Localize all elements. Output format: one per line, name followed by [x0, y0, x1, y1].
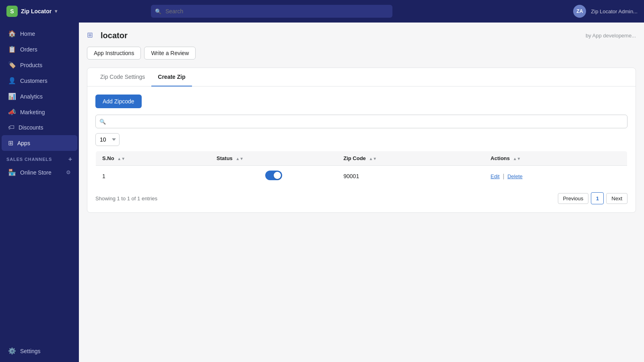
- products-icon: 🏷️: [8, 61, 16, 69]
- col-zipcode: Zip Code ▲▼: [337, 151, 484, 166]
- tab-zip-code-settings[interactable]: Zip Code Settings: [94, 68, 151, 86]
- page-header: ⊞ locator by App developeme...: [87, 31, 636, 40]
- col-sno-sort-icon: ▲▼: [117, 156, 125, 161]
- table-row: 1 90001 Edit | Delete: [96, 166, 627, 187]
- next-page-button[interactable]: Next: [606, 193, 627, 204]
- table-search-input[interactable]: [95, 115, 627, 128]
- current-page-num: 1: [591, 192, 604, 204]
- sales-channels-add-icon[interactable]: +: [68, 156, 72, 163]
- edit-link[interactable]: Edit: [491, 173, 500, 179]
- per-page-wrap: 10 25 50 100: [95, 133, 627, 146]
- action-buttons: App Instructions Write a Review: [87, 47, 636, 60]
- shopify-icon: S: [6, 6, 18, 17]
- page-title-wrap: ⊞ locator: [87, 31, 128, 40]
- online-store-settings-icon[interactable]: ⚙: [66, 169, 71, 175]
- write-review-button[interactable]: Write a Review: [144, 47, 196, 60]
- sidebar-item-online-store[interactable]: 🏪 Online Store ⚙: [2, 165, 77, 180]
- sidebar-item-online-store-label: Online Store: [20, 169, 52, 176]
- col-actions-sort-icon: ▲▼: [513, 156, 521, 161]
- add-zipcode-button[interactable]: Add Zipcode: [95, 95, 142, 108]
- row-actions: Edit | Delete: [484, 166, 627, 187]
- sidebar-item-products-label: Products: [20, 62, 42, 68]
- sidebar-item-apps-label: Apps: [17, 140, 30, 146]
- settings-icon: ⚙️: [8, 347, 16, 355]
- sidebar-item-discounts-label: Discounts: [19, 124, 43, 131]
- sidebar-bottom: ⚙️ Settings: [0, 343, 79, 359]
- table-body: 1 90001 Edit | Delete: [96, 166, 627, 187]
- topnav: S Zip Locator ▾ 🔍 ZA Zip Locator Admin..…: [0, 0, 644, 23]
- online-store-icon: 🏪: [8, 169, 16, 176]
- sidebar-item-marketing[interactable]: 📣 Marketing: [2, 104, 77, 120]
- status-toggle[interactable]: [265, 171, 282, 180]
- tabs: Zip Code Settings Create Zip: [87, 68, 636, 86]
- table-controls: 🔍: [95, 115, 627, 128]
- apps-icon: ⊞: [8, 139, 13, 147]
- sales-channels-section: SALES CHANNELS +: [0, 151, 79, 165]
- table-header-row: S.No ▲▼ Status ▲▼ Zip Code ▲▼: [96, 151, 627, 166]
- app-name: Zip Locator: [21, 8, 52, 14]
- sidebar-item-customers-label: Customers: [20, 78, 47, 84]
- topnav-search-wrap: 🔍: [151, 5, 392, 18]
- topnav-search-icon: 🔍: [155, 8, 161, 14]
- sidebar-item-orders[interactable]: 📋 Orders: [2, 41, 77, 57]
- sidebar-item-settings-label: Settings: [20, 348, 41, 354]
- sidebar-item-settings[interactable]: ⚙️ Settings: [2, 343, 77, 359]
- sidebar-item-customers[interactable]: 👤 Customers: [2, 73, 77, 88]
- table-head: S.No ▲▼ Status ▲▼ Zip Code ▲▼: [96, 151, 627, 166]
- row-sno: 1: [96, 166, 211, 187]
- table-search-icon: 🔍: [99, 119, 106, 125]
- page-title: locator: [101, 31, 128, 40]
- app-chevron-icon: ▾: [55, 8, 57, 14]
- sidebar-item-products[interactable]: 🏷️ Products: [2, 57, 77, 73]
- topnav-search-input[interactable]: [151, 5, 392, 18]
- marketing-icon: 📣: [8, 108, 16, 116]
- sidebar-item-home-label: Home: [20, 31, 35, 37]
- customers-icon: 👤: [8, 77, 16, 84]
- data-table: S.No ▲▼ Status ▲▼ Zip Code ▲▼: [95, 151, 627, 187]
- app-logo[interactable]: S Zip Locator ▾: [6, 6, 57, 17]
- sidebar-item-analytics-label: Analytics: [20, 93, 43, 100]
- sales-channels-label: SALES CHANNELS: [6, 157, 52, 162]
- layout: 🏠 Home 📋 Orders 🏷️ Products 👤 Customers …: [0, 23, 644, 362]
- sidebar-item-analytics[interactable]: 📊 Analytics: [2, 88, 77, 104]
- home-icon: 🏠: [8, 30, 16, 37]
- action-separator: |: [503, 173, 504, 179]
- pagination-info: Showing 1 to 1 of 1 entries: [95, 195, 157, 202]
- main-content: ⊞ locator by App developeme... App Instr…: [79, 23, 644, 362]
- row-status: [210, 166, 337, 187]
- row-zipcode: 90001: [337, 166, 484, 187]
- by-text: by App developeme...: [586, 33, 636, 39]
- card-body: Add Zipcode 🔍 10 25 50 100: [87, 86, 636, 212]
- col-sno: S.No ▲▼: [96, 151, 211, 166]
- per-page-select[interactable]: 10 25 50 100: [95, 133, 120, 146]
- discounts-icon: 🏷: [8, 124, 14, 131]
- sidebar-item-orders-label: Orders: [20, 46, 37, 53]
- sidebar-item-marketing-label: Marketing: [20, 109, 45, 115]
- delete-link[interactable]: Delete: [508, 173, 523, 179]
- sidebar-item-discounts[interactable]: 🏷 Discounts: [2, 120, 77, 135]
- tab-create-zip[interactable]: Create Zip: [151, 68, 192, 86]
- topnav-right: ZA Zip Locator Admin...: [573, 5, 638, 18]
- orders-icon: 📋: [8, 45, 16, 53]
- prev-page-button[interactable]: Previous: [558, 193, 589, 204]
- sidebar-item-home[interactable]: 🏠 Home: [2, 26, 77, 41]
- col-zipcode-sort-icon: ▲▼: [369, 156, 377, 161]
- analytics-icon: 📊: [8, 93, 16, 100]
- main-card: Zip Code Settings Create Zip Add Zipcode…: [87, 68, 636, 213]
- pagination-wrap: Showing 1 to 1 of 1 entries Previous 1 N…: [95, 192, 627, 204]
- avatar: ZA: [573, 5, 586, 18]
- col-status: Status ▲▼: [210, 151, 337, 166]
- admin-label: Zip Locator Admin...: [591, 8, 638, 14]
- col-actions: Actions ▲▼: [484, 151, 627, 166]
- sidebar: 🏠 Home 📋 Orders 🏷️ Products 👤 Customers …: [0, 23, 79, 362]
- sidebar-item-apps[interactable]: ⊞ Apps: [2, 135, 77, 151]
- app-instructions-button[interactable]: App Instructions: [87, 47, 141, 60]
- status-toggle-wrap: [265, 171, 282, 180]
- col-status-sort-icon: ▲▼: [235, 156, 244, 161]
- page-app-icon: ⊞: [87, 31, 97, 40]
- table-search-wrap: 🔍: [95, 115, 627, 128]
- pagination-controls: Previous 1 Next: [558, 192, 627, 204]
